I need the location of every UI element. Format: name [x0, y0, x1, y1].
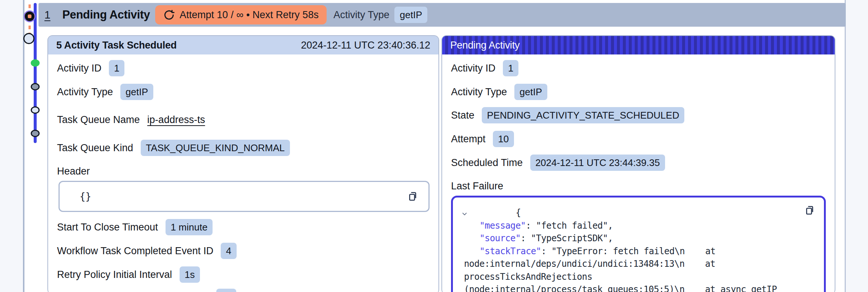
activity-task-scheduled-panel: 5 Activity Task Scheduled 2024-12-11 UTC… — [47, 35, 439, 292]
json-key: "message" — [480, 220, 526, 231]
field-label: Scheduled Time — [451, 157, 523, 169]
code-text: { — [516, 206, 521, 219]
field-row-start-to-close: Start To Close Timeout 1 minute — [57, 219, 430, 235]
right-edge-divider — [845, 0, 846, 292]
event-timestamp: 2024-12-11 UTC 23:40:36.12 — [301, 40, 430, 51]
json-key: "source" — [480, 233, 521, 243]
field-value-badge: 1 minute — [166, 219, 213, 235]
code-line: (node:internal/process/task_queues:105:5… — [461, 283, 814, 292]
timeline-node-icon[interactable] — [31, 83, 40, 90]
event-id-link[interactable]: 1 — [44, 9, 50, 21]
json-value: "TypeError: fetch failed\n at — [551, 246, 715, 256]
timeline-bar — [34, 3, 37, 143]
code-line: processTicksAndRejections — [461, 271, 814, 283]
code-line: { — [461, 206, 814, 219]
field-label: Activity Type — [57, 86, 113, 98]
field-row-task-queue-kind: Task Queue Kind TASK_QUEUE_KIND_NORMAL — [57, 140, 430, 156]
retry-attempt-badge: Attempt 10 / ∞ • Next Retry 58s — [155, 5, 327, 24]
activity-task-scheduled-header: 5 Activity Task Scheduled 2024-12-11 UTC… — [48, 36, 438, 54]
pending-activity-summary-bar[interactable]: 1 Pending Activity Attempt 10 / ∞ • Next… — [39, 3, 846, 27]
field-value-badge: 2024-12-11 UTC 23:44:39.35 — [530, 155, 665, 171]
field-label: State — [451, 110, 474, 121]
activity-type-label: Activity Type — [333, 9, 389, 21]
field-label: Workflow Task Completed Event ID — [57, 245, 213, 257]
field-value-badge: 10 — [493, 131, 514, 147]
field-label: Start To Close Timeout — [57, 222, 158, 233]
activity-type-badge: getIP — [394, 7, 427, 23]
field-label: Activity Type — [451, 86, 507, 98]
field-row-state: State PENDING_ACTIVITY_STATE_SCHEDULED — [451, 107, 826, 123]
timeline-current-event-marker-icon[interactable] — [24, 10, 36, 22]
field-label: Activity ID — [57, 63, 101, 74]
json-value: (node:internal/process/task_queues:105:5… — [464, 284, 777, 292]
field-row-activity-id: Activity ID 1 — [451, 60, 826, 76]
json-key: "stackTrace" — [480, 246, 541, 256]
code-line: "message": "fetch failed", — [461, 219, 814, 232]
left-edge-divider — [23, 0, 24, 292]
field-value-badge: 1 — [109, 60, 124, 76]
json-value: node:internal/deps/undici/undici:13484:1… — [464, 259, 715, 269]
field-label: Activity ID — [451, 63, 495, 74]
header-code-content: {} — [60, 191, 91, 202]
field-value-badge: getIP — [120, 84, 153, 100]
field-row-retry-initial-interval: Retry Policy Initial Interval 1s — [57, 266, 430, 283]
field-row-task-queue-name: Task Queue Name ip-address-ts — [57, 112, 430, 128]
code-line: node:internal/deps/undici/undici:13484:1… — [461, 258, 814, 271]
timeline-node-icon[interactable] — [31, 130, 40, 137]
copy-icon[interactable] — [804, 204, 816, 216]
field-label: Retry Policy Initial Interval — [57, 269, 172, 281]
json-sep: : — [521, 233, 531, 243]
field-row-activity-id: Activity ID 1 — [57, 60, 430, 76]
event-title: 5 Activity Task Scheduled — [56, 40, 177, 51]
timeline-open-circle-icon[interactable] — [23, 33, 34, 44]
last-failure-code-block: { "message": "fetch failed", "source": "… — [451, 196, 826, 292]
json-value: "TypeScriptSDK", — [531, 233, 613, 243]
header-code-block: {} — [59, 181, 430, 212]
panel-title: Pending Activity — [450, 40, 520, 51]
json-value: "fetch failed", — [536, 220, 613, 231]
json-sep: : — [526, 220, 536, 231]
field-value-badge: getIP — [514, 84, 547, 100]
copy-icon[interactable] — [407, 190, 419, 203]
task-queue-link[interactable]: ip-address-ts — [147, 114, 205, 126]
retry-icon — [163, 9, 175, 21]
code-line: "stackTrace": "TypeError: fetch failed\n… — [461, 245, 814, 258]
field-label: Task Queue Kind — [57, 142, 133, 154]
json-value: processTicksAndRejections — [464, 272, 592, 282]
timeline-current-event-core — [28, 14, 31, 18]
summary-title: Pending Activity — [62, 8, 150, 21]
field-label: Attempt — [451, 133, 485, 145]
retry-badge-text: Attempt 10 / ∞ • Next Retry 58s — [180, 9, 318, 21]
field-row-wft-completed-id: Workflow Task Completed Event ID 4 — [57, 243, 430, 259]
pending-activity-header: Pending Activity — [442, 36, 835, 54]
timeline-node-icon[interactable] — [31, 106, 40, 114]
field-value-badge: TASK_QUEUE_KIND_NORMAL — [141, 140, 290, 156]
timeline-completed-node-icon[interactable] — [31, 59, 40, 67]
last-failure-label: Last Failure — [451, 180, 826, 192]
field-row-scheduled-time: Scheduled Time 2024-12-11 UTC 23:44:39.3… — [451, 155, 826, 171]
pending-activity-panel: Pending Activity Activity ID 1 Activity … — [441, 35, 835, 292]
field-label: Task Queue Name — [57, 114, 140, 126]
field-value-badge: PENDING_ACTIVITY_STATE_SCHEDULED — [482, 107, 684, 123]
field-row-activity-type: Activity Type getIP — [451, 84, 826, 100]
header-section-label: Header — [57, 166, 430, 177]
json-sep: : — [541, 246, 551, 256]
field-value-badge: 4 — [221, 243, 236, 259]
field-value-badge: 1s — [180, 266, 200, 283]
collapse-caret-icon[interactable] — [461, 210, 513, 218]
code-line: "source": "TypeScriptSDK", — [461, 232, 814, 245]
field-row-attempt: Attempt 10 — [451, 131, 826, 147]
field-row-activity-type: Activity Type getIP — [57, 84, 430, 100]
partially-visible-badge — [216, 289, 236, 292]
field-value-badge: 1 — [503, 60, 518, 76]
